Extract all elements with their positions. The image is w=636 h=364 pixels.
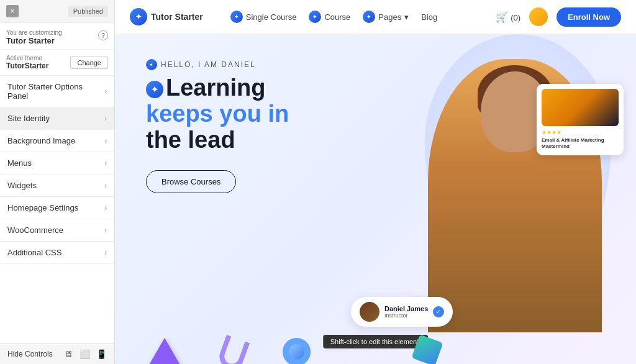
hide-controls-button[interactable]: Hide Controls: [7, 350, 53, 358]
menu-item-site-identity[interactable]: Site Identity ›: [0, 107, 114, 130]
change-theme-button[interactable]: Change: [70, 57, 108, 69]
footer-device-icons: 🖥 ⬜ 📱: [65, 349, 107, 359]
menu-item-background-image[interactable]: Background Image ›: [0, 130, 114, 152]
course-card-image: [542, 89, 619, 126]
customizing-text: You are customizing: [6, 29, 62, 36]
instructor-avatar: [360, 302, 379, 322]
donut-shape: [283, 338, 311, 364]
course-card: ★★★★ Email & Affiliate Marketing Masterm…: [537, 84, 624, 155]
user-avatar[interactable]: [529, 7, 548, 26]
chevron-right-icon: ›: [104, 226, 107, 235]
hero-title: ✦Learning keeps you in the lead: [146, 75, 289, 153]
course-rating-stars: ★★★★: [542, 129, 619, 135]
desktop-icon[interactable]: 🖥: [65, 349, 73, 359]
help-icon[interactable]: ?: [98, 30, 108, 40]
nav-right: 🛒 (0) Enroll Now: [496, 7, 621, 27]
preview-area: ✦ Tutor Starter ✦ Single Course ✦ Course…: [115, 0, 636, 364]
hook-shape: [216, 335, 250, 364]
customizing-info: You are customizing Tutor Starter ?: [0, 23, 114, 50]
active-theme-name: TutorStarter: [6, 61, 48, 70]
menu-item-additional-css[interactable]: Additional CSS ›: [0, 242, 114, 264]
chevron-right-icon: ›: [104, 248, 107, 257]
cube-shape: [411, 334, 443, 364]
nav-link-course[interactable]: ✦ Course: [309, 11, 350, 23]
triangle-shape: [146, 338, 183, 364]
hero-title-highlight: keeps you in: [146, 101, 289, 127]
logo-text: Tutor Starter: [151, 12, 203, 22]
mobile-icon[interactable]: 📱: [96, 349, 107, 359]
panel-header: × Published: [0, 0, 114, 23]
browse-courses-button[interactable]: Browse Courses: [146, 170, 236, 193]
menu-item-homepage-settings[interactable]: Homepage Settings ›: [0, 197, 114, 219]
menu-items-list: Tutor Starter Options Panel › Site Ident…: [0, 76, 114, 344]
menu-item-menus[interactable]: Menus ›: [0, 152, 114, 175]
menu-item-widgets[interactable]: Widgets ›: [0, 175, 114, 197]
instructor-card: Daniel James Instructor ✓: [351, 297, 453, 327]
chevron-down-icon: ▾: [404, 12, 409, 22]
customizer-panel: × Published You are customizing Tutor St…: [0, 0, 115, 364]
customizing-title: Tutor Starter: [6, 36, 62, 45]
hello-icon: ✦: [146, 59, 157, 70]
chevron-right-icon: ›: [104, 87, 107, 96]
active-theme-label: Active theme: [6, 55, 48, 61]
single-course-icon: ✦: [230, 11, 243, 23]
hero-hello: ✦ HELLO, I AM DANIEL: [146, 59, 289, 70]
panel-footer: Hide Controls 🖥 ⬜ 📱: [0, 344, 114, 364]
logo-icon: ✦: [130, 8, 147, 25]
enroll-now-button[interactable]: Enroll Now: [556, 7, 621, 27]
chevron-right-icon: ›: [104, 159, 107, 168]
close-button[interactable]: ×: [6, 5, 19, 17]
course-icon: ✦: [309, 11, 321, 23]
instructor-role: Instructor: [384, 312, 428, 319]
hero-image-area: ★★★★ Email & Affiliate Marketing Masterm…: [406, 34, 617, 332]
active-theme-section: Active theme TutorStarter Change: [0, 50, 114, 76]
nav-link-pages[interactable]: ✦ Pages ▾: [363, 11, 409, 23]
nav-link-blog[interactable]: Blog: [421, 12, 437, 22]
instructor-name: Daniel James: [384, 305, 428, 312]
menu-item-woocommerce[interactable]: WooCommerce ›: [0, 219, 114, 242]
menu-item-tutor-starter[interactable]: Tutor Starter Options Panel ›: [0, 76, 114, 107]
nav-bar: ✦ Tutor Starter ✦ Single Course ✦ Course…: [115, 0, 636, 34]
nav-links: ✦ Single Course ✦ Course ✦ Pages ▾ Blog: [230, 11, 437, 23]
cart-icon[interactable]: 🛒 (0): [496, 11, 520, 23]
chevron-right-icon: ›: [104, 114, 107, 123]
nav-link-single-course[interactable]: ✦ Single Course: [230, 11, 297, 23]
chevron-right-icon: ›: [104, 137, 107, 145]
chevron-right-icon: ›: [104, 181, 107, 190]
hero-content: ✦ HELLO, I AM DANIEL ✦Learning keeps you…: [146, 59, 289, 193]
pages-icon: ✦: [363, 11, 375, 23]
title-icon: ✦: [146, 81, 163, 98]
chevron-right-icon: ›: [104, 204, 107, 212]
instructor-verified-icon: ✓: [433, 306, 444, 317]
instructor-info: Daniel James Instructor: [384, 305, 428, 319]
published-badge: Published: [68, 6, 108, 17]
hero-section: ✦ HELLO, I AM DANIEL ✦Learning keeps you…: [115, 34, 636, 364]
decorative-shapes: [146, 338, 440, 364]
course-card-title: Email & Affiliate Marketing Mastermind: [542, 137, 619, 150]
tablet-icon[interactable]: ⬜: [80, 349, 90, 359]
nav-logo: ✦ Tutor Starter: [130, 8, 203, 25]
